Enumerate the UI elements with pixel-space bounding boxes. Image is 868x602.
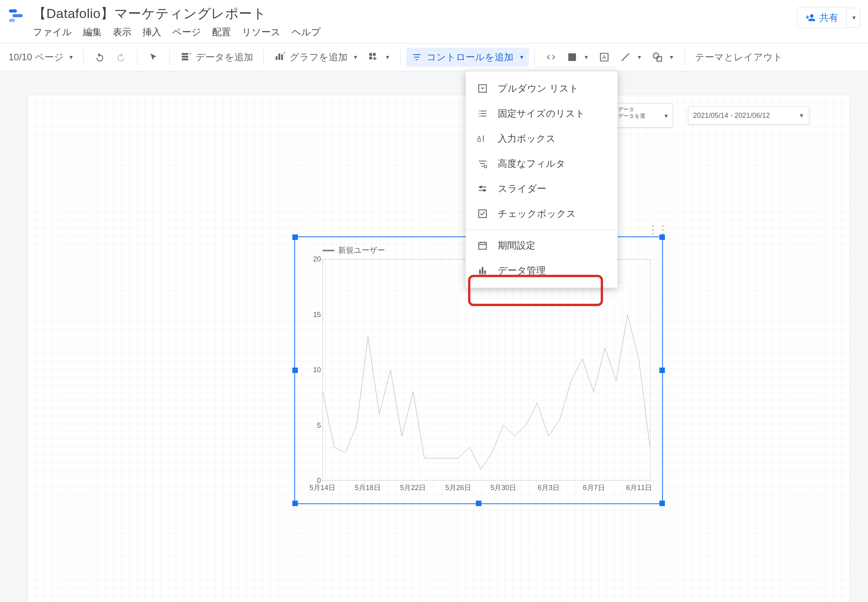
svg-line-6 [622, 54, 629, 61]
caret-down-icon: ▼ [385, 54, 390, 60]
grid-plus-icon [367, 51, 379, 63]
add-control-button[interactable]: コントロールを追加 ▼ [406, 48, 529, 67]
date-range-value: 2021/05/14 - 2021/06/12 [693, 112, 770, 120]
legend-line-icon [322, 250, 334, 251]
svg-rect-2 [9, 19, 15, 22]
document-title[interactable]: 【Datafolio】マーケティングレポート [33, 5, 797, 23]
dropdown-item-label: 高度なフィルタ [498, 157, 565, 170]
data-selector-control[interactable]: データ データを選 ▼ [614, 103, 673, 128]
dropdown-item-label: 固定サイズのリスト [498, 107, 585, 120]
chart-line-path [323, 260, 650, 480]
resize-handle-bm[interactable] [476, 501, 481, 506]
svg-text:+: + [283, 52, 285, 55]
share-label: 共有 [819, 11, 838, 24]
undo-button[interactable] [89, 48, 110, 66]
embed-button[interactable] [540, 48, 562, 66]
checkbox-icon [477, 208, 488, 220]
menu-help[interactable]: ヘルプ [292, 26, 321, 38]
dropdown-item-datamgmt[interactable]: データ管理 [466, 258, 618, 283]
menu-view[interactable]: 表示 [113, 26, 131, 38]
input-icon: A [477, 133, 488, 144]
add-chart-button[interactable]: + グラフを追加 ▼ [269, 48, 363, 67]
page-indicator[interactable]: 10/10 ページ ▼ [5, 51, 78, 63]
date-range-control[interactable]: 2021/05/14 - 2021/06/12 ▼ [688, 106, 809, 124]
separator [169, 49, 170, 65]
resize-handle-bl[interactable] [292, 501, 298, 506]
share-area: 共有 ▼ [797, 7, 860, 28]
menu-bar: ファイル 編集 表示 挿入 ページ 配置 リソース ヘルプ [33, 26, 797, 38]
caret-down-icon: ▼ [68, 54, 74, 60]
redo-button[interactable] [110, 48, 131, 66]
chart-plus-icon: + [274, 51, 286, 63]
menu-page[interactable]: ページ [172, 26, 201, 38]
svg-rect-22 [482, 267, 483, 274]
toolbar: 10/10 ページ ▼ + データを追加 + グラフを追加 ▼ ▼ コントロール… [0, 43, 868, 71]
theme-layout-button[interactable]: テーマとレイアウト [690, 48, 787, 67]
dropdown-item-advfilter[interactable]: 高度なフィルタ [466, 151, 618, 176]
pointer-button[interactable] [143, 48, 164, 66]
data-manage-icon [477, 265, 488, 276]
app-logo [8, 7, 25, 24]
menu-edit[interactable]: 編集 [83, 26, 102, 38]
filter-search-icon [477, 158, 488, 169]
line-button[interactable]: ▼ [615, 48, 647, 66]
separator [263, 49, 264, 65]
redo-icon [115, 51, 127, 63]
canvas-area[interactable]: データ データを選 ▼ 2021/05/14 - 2021/06/12 ▼ ⋮⋮ [0, 71, 868, 602]
svg-rect-0 [9, 9, 17, 13]
y-axis: 05101520 [307, 259, 321, 481]
person-add-icon [805, 13, 816, 23]
data-selector-label: データ [618, 106, 634, 113]
svg-point-15 [483, 189, 486, 192]
dropdown-item-label: 期間設定 [498, 239, 535, 252]
dropdown-item-daterange[interactable]: 期間設定 [466, 233, 618, 258]
shape-icon [652, 51, 663, 63]
dropdown-item-fixedlist[interactable]: 固定サイズのリスト [466, 101, 618, 126]
svg-rect-8 [657, 57, 662, 61]
drag-handle-icon[interactable]: ⋮⋮ [647, 228, 668, 232]
svg-rect-21 [479, 270, 481, 274]
community-viz-button[interactable]: ▼ [363, 48, 395, 66]
svg-rect-23 [484, 270, 486, 274]
dropdown-item-label: スライダー [498, 182, 546, 195]
add-chart-label: グラフを追加 [290, 51, 348, 63]
shape-button[interactable]: ▼ [647, 48, 679, 66]
text-button[interactable]: A [594, 48, 615, 66]
resize-handle-rm[interactable] [659, 368, 665, 373]
svg-point-13 [484, 165, 487, 168]
resize-handle-tl[interactable] [292, 234, 298, 240]
separator [137, 49, 137, 65]
caret-down-icon: ▼ [583, 54, 589, 60]
dropdown-item-label: 入力ボックス [498, 132, 556, 145]
resize-handle-lm[interactable] [292, 368, 298, 373]
add-data-label: データを追加 [196, 51, 253, 63]
canvas-page[interactable]: データ データを選 ▼ 2021/05/14 - 2021/06/12 ▼ ⋮⋮ [27, 95, 849, 602]
dropdown-item-inputbox[interactable]: A 入力ボックス [466, 126, 618, 151]
menu-file[interactable]: ファイル [33, 26, 72, 38]
pointer-icon [148, 51, 159, 63]
dropdown-separator [466, 229, 618, 230]
resize-handle-tr[interactable] [659, 234, 665, 240]
add-data-button[interactable]: + データを追加 [175, 48, 258, 67]
data-selector-value: データを選 [618, 113, 645, 119]
dropdown-item-slider[interactable]: スライダー [466, 176, 618, 201]
separator [83, 49, 84, 65]
image-icon [566, 51, 578, 63]
share-button[interactable]: 共有 [797, 7, 846, 28]
menu-resource[interactable]: リソース [242, 26, 281, 38]
resize-handle-br[interactable] [659, 501, 665, 506]
svg-text:A: A [602, 54, 607, 60]
menu-arrange[interactable]: 配置 [212, 26, 231, 38]
svg-point-7 [653, 53, 659, 59]
image-button[interactable]: ▼ [562, 48, 594, 66]
caret-down-icon: ▼ [851, 14, 857, 21]
dropdown-item-checkbox[interactable]: チェックボックス [466, 201, 618, 226]
list-icon [477, 108, 488, 119]
legend-label: 新規ユーザー [338, 245, 385, 256]
separator [400, 49, 401, 65]
dropdown-item-pulldown[interactable]: プルダウン リスト [466, 76, 618, 101]
share-dropdown[interactable]: ▼ [846, 8, 860, 28]
undo-icon [94, 51, 106, 63]
filter-icon [411, 51, 423, 63]
menu-insert[interactable]: 挿入 [142, 26, 161, 38]
